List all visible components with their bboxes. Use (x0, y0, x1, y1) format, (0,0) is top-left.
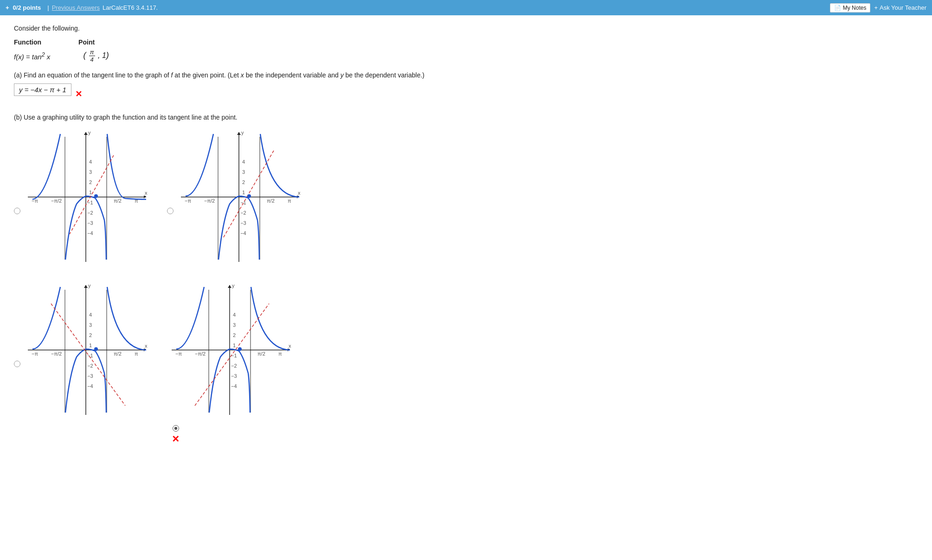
svg-text:1: 1 (242, 190, 245, 195)
graph-2-radio[interactable] (167, 208, 174, 214)
my-notes-label: My Notes (843, 5, 867, 11)
graph-4-container: 4 3 2 1 −1 −2 −3 −4 −π −π/2 π/2 π x y (167, 280, 292, 420)
svg-text:−π: −π (32, 351, 38, 356)
svg-text:−π/2: −π/2 (195, 351, 206, 356)
svg-text:π: π (278, 351, 282, 356)
svg-text:x: x (298, 190, 301, 196)
svg-text:−1: −1 (231, 353, 237, 358)
svg-text:−3: −3 (87, 373, 93, 379)
svg-text:4: 4 (89, 312, 92, 318)
svg-text:1: 1 (89, 343, 92, 348)
svg-text:x: x (145, 190, 148, 196)
svg-text:−3: −3 (240, 220, 246, 226)
svg-text:π/2: π/2 (114, 198, 122, 204)
svg-point-65 (94, 347, 98, 351)
main-content: Consider the following. Function Point f… (0, 15, 932, 468)
svg-text:−2: −2 (87, 210, 93, 216)
graph-4-svg: 4 3 2 1 −1 −2 −3 −4 −π −π/2 π/2 π x y (167, 280, 292, 420)
question-a-text: (a) Find an equation of the tangent line… (14, 71, 918, 79)
svg-marker-47 (84, 285, 88, 288)
svg-text:−3: −3 (87, 220, 93, 226)
ask-teacher-button[interactable]: + Ask Your Teacher (874, 4, 926, 11)
graph-3-svg: 4 3 2 1 −1 −2 −3 −4 −π −π/2 π/2 π x y (23, 280, 148, 420)
answer-a-box: y = −4x − π + 1 (14, 83, 71, 96)
svg-text:−2: −2 (87, 363, 93, 369)
svg-text:2: 2 (242, 179, 245, 185)
svg-marker-69 (228, 285, 231, 288)
graph-1-svg: 4 3 2 1 −1 −2 −3 −4 −π −π/2 π/2 π x y (23, 127, 148, 267)
plus-icon: + (874, 4, 878, 11)
svg-text:1: 1 (89, 190, 92, 195)
svg-point-21 (94, 194, 98, 198)
separator: | (47, 4, 49, 11)
svg-text:y: y (241, 130, 244, 135)
svg-text:x: x (145, 343, 148, 349)
svg-text:3: 3 (242, 169, 245, 175)
svg-text:−4: −4 (231, 383, 237, 389)
svg-text:π/2: π/2 (257, 351, 265, 356)
svg-text:3: 3 (233, 322, 236, 328)
svg-point-87 (238, 347, 242, 351)
graphs-row-2: 4 3 2 1 −1 −2 −3 −4 −π −π/2 π/2 π x y (14, 280, 918, 445)
graph-1-container: 4 3 2 1 −1 −2 −3 −4 −π −π/2 π/2 π x y (14, 127, 148, 267)
previous-answers-link[interactable]: Previous Answers (52, 4, 100, 11)
svg-text:−π: −π (185, 198, 191, 204)
svg-text:2: 2 (89, 179, 92, 185)
graph-1-radio[interactable] (14, 208, 20, 214)
svg-text:−π/2: −π/2 (204, 198, 215, 204)
answer-a-expression: y = −4x − π + 1 (19, 86, 66, 94)
svg-text:−4: −4 (240, 230, 246, 236)
svg-text:4: 4 (233, 312, 236, 318)
svg-text:−4: −4 (87, 383, 93, 389)
point-expr: ( π 4 , 1) (69, 49, 109, 63)
svg-text:y: y (88, 130, 91, 135)
svg-text:1: 1 (233, 343, 236, 348)
graph-4-incorrect-mark: ✕ (172, 433, 180, 445)
function-expr: f(x) = tan2 x (14, 51, 50, 61)
svg-text:−4: −4 (87, 230, 93, 236)
svg-text:3: 3 (89, 322, 92, 328)
svg-text:2: 2 (233, 332, 236, 338)
function-table: Function Point f(x) = tan2 x ( π 4 , 1) (14, 38, 918, 63)
svg-text:π: π (135, 351, 138, 356)
svg-text:−π/2: −π/2 (51, 198, 62, 204)
svg-text:−1: −1 (240, 200, 246, 205)
my-notes-button[interactable]: 📄 My Notes (830, 3, 871, 13)
points-label: 0/2 points (13, 4, 41, 11)
answer-a-incorrect-mark: ✕ (75, 89, 82, 99)
svg-text:x: x (289, 343, 291, 349)
graph-3-container: 4 3 2 1 −1 −2 −3 −4 −π −π/2 π/2 π x y (14, 280, 148, 420)
graph-4-selection-area: ✕ (172, 423, 180, 445)
svg-text:π: π (288, 198, 291, 204)
svg-text:π/2: π/2 (114, 351, 122, 356)
svg-text:2: 2 (89, 332, 92, 338)
svg-text:−π/2: −π/2 (51, 351, 62, 356)
svg-text:4: 4 (89, 159, 92, 165)
points-icon: + (6, 4, 9, 11)
ask-teacher-label: Ask Your Teacher (880, 4, 926, 11)
svg-text:−2: −2 (231, 363, 237, 369)
question-b-text: (b) Use a graphing utility to graph the … (14, 114, 918, 121)
svg-text:y: y (232, 283, 235, 288)
svg-point-43 (247, 194, 251, 198)
svg-marker-3 (84, 132, 88, 135)
consider-text: Consider the following. (14, 25, 918, 32)
header-bar: + 0/2 points | Previous Answers LarCalcE… (0, 0, 932, 15)
svg-text:3: 3 (89, 169, 92, 175)
svg-text:y: y (88, 283, 91, 288)
graph-2-svg: 4 3 2 1 −1 −2 −3 −4 −π −π/2 π/2 π x y (176, 127, 302, 267)
function-header: Function (14, 38, 41, 46)
note-icon: 📄 (834, 5, 841, 11)
svg-text:π/2: π/2 (267, 198, 275, 204)
svg-marker-25 (237, 132, 241, 135)
graph-3-radio[interactable] (14, 361, 20, 367)
graphs-row-1: 4 3 2 1 −1 −2 −3 −4 −π −π/2 π/2 π x y (14, 127, 918, 267)
svg-text:−2: −2 (240, 210, 246, 216)
svg-text:−π: −π (175, 351, 182, 356)
book-ref: LarCalcET6 3.4.117. (103, 4, 158, 11)
graph-4-radio[interactable] (173, 425, 179, 432)
svg-text:4: 4 (242, 159, 245, 165)
graph-2-container: 4 3 2 1 −1 −2 −3 −4 −π −π/2 π/2 π x y (167, 127, 302, 267)
graph-4-wrapper: 4 3 2 1 −1 −2 −3 −4 −π −π/2 π/2 π x y (167, 280, 292, 445)
point-header: Point (78, 38, 95, 46)
